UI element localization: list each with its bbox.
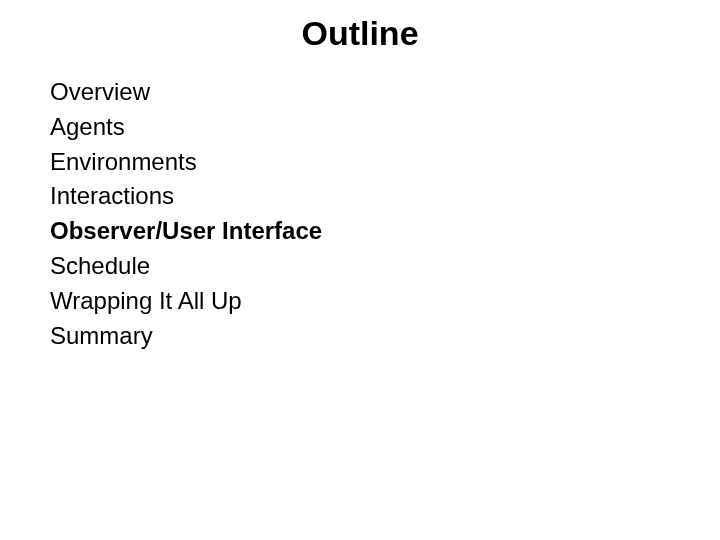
outline-item: Wrapping It All Up bbox=[50, 284, 670, 319]
slide-title: Outline bbox=[50, 14, 670, 53]
outline-list: Overview Agents Environments Interaction… bbox=[50, 75, 670, 353]
outline-item: Interactions bbox=[50, 179, 670, 214]
outline-item: Agents bbox=[50, 110, 670, 145]
outline-item: Summary bbox=[50, 319, 670, 354]
outline-item: Overview bbox=[50, 75, 670, 110]
outline-item: Environments bbox=[50, 145, 670, 180]
outline-item-current: Observer/User Interface bbox=[50, 214, 670, 249]
outline-item: Schedule bbox=[50, 249, 670, 284]
slide: Outline Overview Agents Environments Int… bbox=[0, 0, 720, 540]
